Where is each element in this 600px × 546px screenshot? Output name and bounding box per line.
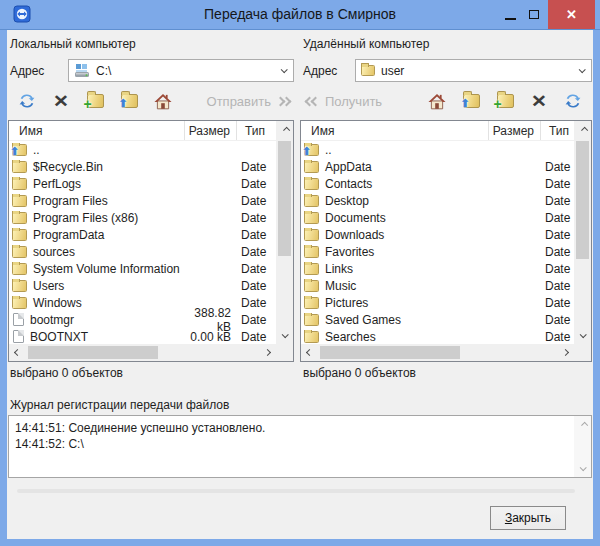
delete-icon: ✕ [531,92,547,109]
remote-delete-button[interactable]: ✕ [522,89,556,113]
transfer-progressbar [17,489,575,493]
file-type: Date [541,279,574,293]
close-window-button[interactable]: ✕ [548,0,595,29]
file-row[interactable]: BOOTNXT0.00 kBDate [9,328,276,344]
remote-address-combobox[interactable]: user [355,59,592,82]
column-header-size[interactable]: Размер [185,121,237,140]
file-type: Date [541,194,574,208]
remote-new-folder-button[interactable]: + [488,89,522,113]
remote-folder-up-button[interactable]: ⬆ [454,89,488,113]
file-row[interactable]: bootmgr388.82 kBDate [9,311,276,328]
remote-address-dropdown-icon[interactable] [571,68,591,73]
scroll-up-icon[interactable] [276,121,293,138]
local-address-label: Адрес [10,64,44,78]
maximize-icon [529,10,539,19]
scrollbar-thumb[interactable] [278,141,291,256]
local-file-rows: ⬆..$Recycle.BinDatePerfLogsDateProgram F… [9,141,276,344]
new-folder-button[interactable]: + [78,89,112,113]
folder-up-icon: ⬆ [121,94,138,108]
file-row[interactable]: ⬆.. [9,141,276,158]
file-row[interactable]: SearchesDate [301,328,574,344]
file-row[interactable]: sourcesDate [9,243,276,260]
remote-horizontal-scrollbar[interactable] [301,344,574,361]
file-row[interactable]: $Recycle.BinDate [9,158,276,175]
remote-refresh-button[interactable] [556,89,590,113]
send-arrows-icon [277,98,290,105]
scroll-down-icon[interactable] [574,327,591,344]
scroll-left-icon[interactable] [9,344,26,361]
file-name: Windows [33,296,82,310]
local-toolbar: ✕ + ⬆ Отправить [10,88,294,114]
file-row[interactable]: LinksDate [301,260,574,277]
folder-up-button[interactable]: ⬆ [112,89,146,113]
remote-panel-label: Удалённый компьютер [303,37,429,51]
file-row[interactable]: System Volume InformationDate [9,260,276,277]
titlebar[interactable]: Передача файлов в Смирнов ✕ [0,0,600,30]
file-name: PerfLogs [33,177,81,191]
scroll-down-icon[interactable] [276,327,293,344]
local-address-value: C:\ [96,64,111,78]
receive-button[interactable]: Получить [302,89,386,113]
file-row[interactable]: ContactsDate [301,175,574,192]
column-header-name[interactable]: Имя [9,121,185,140]
folder-icon [12,280,27,292]
file-row[interactable]: PerfLogsDate [9,175,276,192]
folder-icon [12,195,27,207]
remote-vertical-scrollbar[interactable] [574,121,591,344]
remote-selection-status: выбрано 0 объектов [303,366,416,380]
file-type: Date [237,245,276,259]
scroll-down-icon[interactable] [574,460,591,477]
file-row[interactable]: Saved GamesDate [301,311,574,328]
scroll-up-icon[interactable] [574,121,591,138]
file-row[interactable]: DocumentsDate [301,209,574,226]
folder-icon [304,263,319,275]
file-row[interactable]: AppDataDate [301,158,574,175]
maximize-button[interactable] [522,0,546,29]
file-row[interactable]: MusicDate [301,277,574,294]
column-header-size[interactable]: Размер [489,121,541,140]
folder-icon [361,65,375,76]
folder-icon [304,314,319,326]
local-address-dropdown-icon[interactable] [273,68,293,73]
minimize-button[interactable] [498,0,522,29]
file-row[interactable]: FavoritesDate [301,243,574,260]
file-row[interactable]: DesktopDate [301,192,574,209]
folder-icon [12,161,27,173]
file-row[interactable]: ProgramDataDate [9,226,276,243]
file-row[interactable]: Program Files (x86)Date [9,209,276,226]
remote-home-button[interactable] [420,89,454,113]
scrollbar-thumb[interactable] [576,141,589,259]
file-type: Date [541,330,574,344]
file-type: Date [237,330,276,344]
file-type: Date [541,245,574,259]
delete-button[interactable]: ✕ [44,89,78,113]
folder-up-icon: ⬆ [463,94,480,108]
scroll-left-icon[interactable] [301,344,318,361]
local-vertical-scrollbar[interactable] [276,121,293,344]
file-type: Date [541,296,574,310]
home-button[interactable] [146,89,180,113]
local-horizontal-scrollbar[interactable] [9,344,276,361]
scroll-right-icon[interactable] [557,344,574,361]
refresh-button[interactable] [10,89,44,113]
column-header-name[interactable]: Имя [301,121,489,140]
file-name: Music [325,279,356,293]
scrollbar-thumb[interactable] [320,346,460,359]
scrollbar-thumb[interactable] [28,346,158,359]
file-row[interactable]: PicturesDate [301,294,574,311]
log-scrollbar[interactable] [574,416,591,477]
log-line: 14:41:52: C:\ [15,436,571,452]
file-row[interactable]: Program FilesDate [9,192,276,209]
send-button[interactable]: Отправить [203,89,294,113]
refresh-icon [18,92,36,110]
file-row[interactable]: UsersDate [9,277,276,294]
scroll-right-icon[interactable] [259,344,276,361]
new-folder-icon: + [497,94,514,108]
scroll-up-icon[interactable] [574,416,591,433]
local-address-combobox[interactable]: C:\ [68,59,294,82]
file-row[interactable]: DownloadsDate [301,226,574,243]
file-type: Date [541,262,574,276]
close-button[interactable]: Закрыть [490,506,566,530]
file-name: Program Files [33,194,108,208]
file-row[interactable]: ⬆.. [301,141,574,158]
